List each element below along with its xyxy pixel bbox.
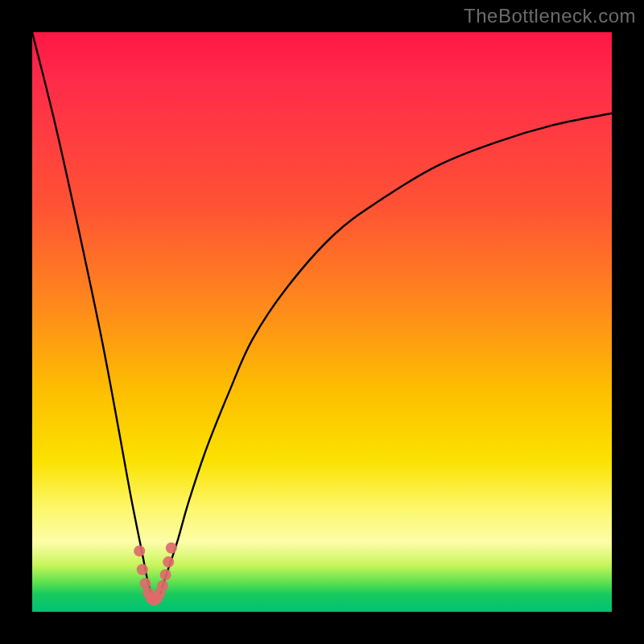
plot-svg	[32, 32, 612, 612]
sweet-spot-marker	[160, 569, 171, 580]
chart-frame: TheBottleneck.com	[0, 0, 644, 644]
sweet-spot-marker	[137, 564, 148, 575]
sweet-spot-marker	[166, 543, 177, 554]
bottleneck-curve	[32, 32, 612, 601]
sweet-spot-marker	[163, 556, 174, 568]
sweet-spot-markers	[134, 543, 177, 606]
attribution-text: TheBottleneck.com	[464, 5, 636, 27]
sweet-spot-marker	[134, 545, 145, 556]
plot-area	[32, 32, 612, 612]
sweet-spot-marker	[157, 580, 168, 592]
